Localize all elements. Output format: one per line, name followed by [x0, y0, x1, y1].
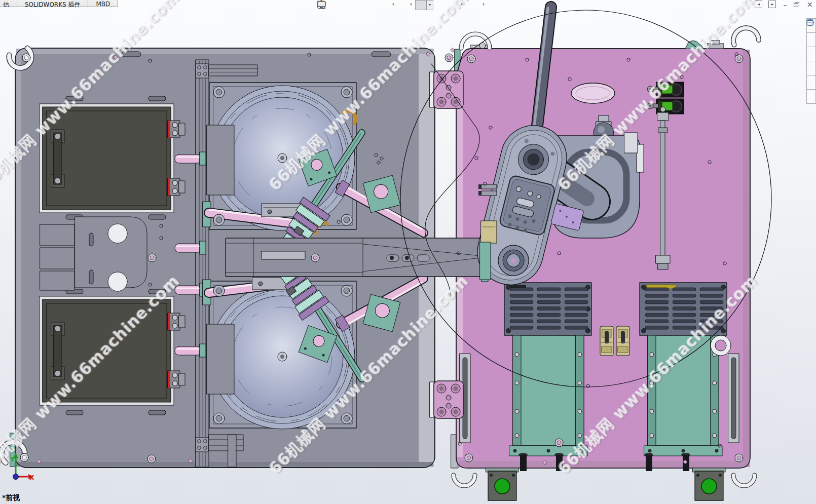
door-panel-top[interactable] [40, 104, 185, 213]
appearances-scenes-tab[interactable] [806, 75, 816, 90]
door-handle[interactable] [54, 133, 62, 184]
triad-y-label: Y [10, 456, 15, 463]
section-view-icon[interactable] [354, 0, 365, 10]
apply-scene-icon[interactable] [448, 0, 459, 10]
view-palette-tab[interactable] [806, 61, 816, 75]
hinge-block-bottom[interactable] [430, 381, 463, 418]
apply-scene-caret[interactable]: ▾ [461, 0, 466, 7]
transfer-beam[interactable] [226, 232, 488, 282]
view-orientation-icon[interactable] [380, 0, 390, 10]
minimize-button[interactable]: – [783, 2, 787, 7]
window-controls: ◂ ▸ – × [749, 1, 813, 8]
green-button-box[interactable] [486, 468, 518, 500]
toggle-clamp[interactable] [616, 326, 629, 356]
display-style-caret[interactable]: ▾ [410, 0, 415, 7]
restore-button[interactable] [794, 2, 799, 7]
custom-properties-tab[interactable] [806, 89, 816, 104]
view-orientation-caret[interactable]: ▾ [392, 0, 397, 7]
zoom-to-area-icon[interactable] [329, 0, 340, 10]
hide-show-caret[interactable]: ▾ [426, 1, 433, 10]
terminal-bracket[interactable] [40, 217, 147, 291]
tab-mbd[interactable]: MBD [88, 0, 118, 7]
view-settings-icon[interactable] [470, 0, 480, 10]
command-manager-tabs: 估 SOLIDWORKS 插件 MBD [0, 0, 118, 7]
edit-appearance-icon[interactable] [435, 0, 446, 10]
teal-column-right[interactable] [644, 335, 722, 456]
graphics-area[interactable]: Y X [0, 0, 816, 504]
view-orientation-label: *前视 [2, 493, 20, 502]
teal-column-left[interactable] [509, 335, 587, 456]
toggle-clamp[interactable] [600, 326, 613, 356]
tab-solidworks-addins[interactable]: SOLIDWORKS 插件 [17, 0, 88, 7]
display-style-icon[interactable] [397, 0, 408, 10]
file-explorer-tab[interactable] [806, 47, 816, 61]
collapse-pane-left-button[interactable]: ◂ [755, 1, 762, 8]
annotation-views-icon[interactable]: A [367, 0, 378, 10]
handle-cutout [571, 83, 615, 103]
eye-icon [416, 1, 426, 10]
robot-junction-box [481, 221, 497, 243]
previous-view-icon[interactable] [342, 0, 352, 10]
close-button[interactable]: × [806, 2, 813, 8]
door-panel-bottom[interactable] [40, 296, 185, 405]
design-library-tab[interactable] [806, 32, 816, 47]
heads-up-toolbar: A ▾ ▾ ▾ ▾ ▾ [316, 0, 488, 10]
collapse-pane-right-button[interactable]: ▸ [768, 1, 776, 8]
view-settings-caret[interactable]: ▾ [483, 0, 488, 7]
tab-evaluate[interactable]: 估 [0, 0, 17, 7]
green-button-box[interactable] [693, 468, 725, 500]
task-pane [806, 19, 816, 104]
door-handle[interactable] [54, 325, 62, 377]
triad-x-label: X [29, 474, 34, 481]
top-bracket [685, 41, 703, 49]
solidworks-window: Y X 66机械网 www.66machine.com 66机械网 www.66… [0, 0, 816, 504]
hide-show-items-button[interactable]: ▾ [415, 0, 433, 10]
